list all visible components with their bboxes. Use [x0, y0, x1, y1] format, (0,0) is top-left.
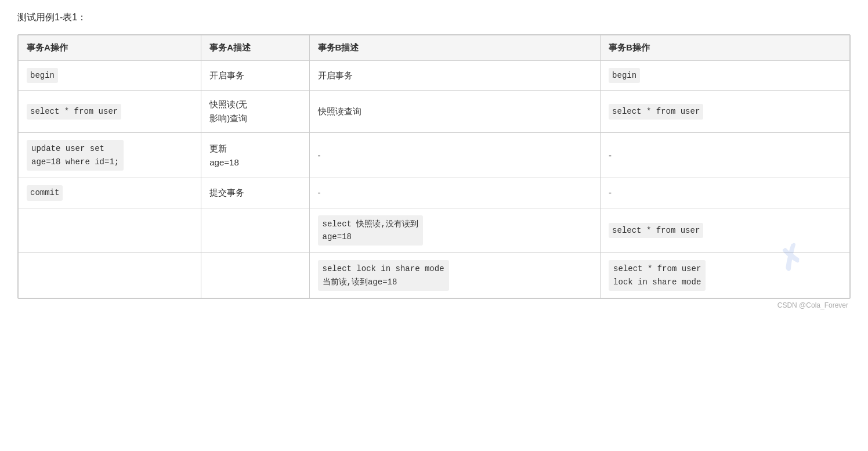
col-header-a-op: 事务A操作: [19, 35, 201, 61]
cell-b-op: begin: [601, 61, 850, 91]
code-select-lock: select * from user lock in share mode: [609, 260, 706, 291]
page-title: 测试用例1-表1：: [17, 12, 851, 24]
cell-b-op: select * from user: [601, 91, 850, 133]
cell-a-op: commit: [19, 178, 201, 208]
cell-b-op: -: [601, 178, 850, 208]
cell-a-op: begin: [19, 61, 201, 91]
main-table: 事务A操作 事务A描述 事务B描述 事务B操作 begin 开启事务 开启事务 …: [18, 35, 850, 298]
code-current-read: select lock in share mode 当前读,读到age=18: [318, 260, 449, 291]
cell-a-op: [19, 208, 201, 253]
col-header-a-desc: 事务A描述: [201, 35, 309, 61]
code-commit-a: commit: [27, 185, 63, 200]
cell-a-desc: 开启事务: [201, 61, 309, 91]
cell-a-desc: 快照读(无影响)查询: [201, 91, 309, 133]
cell-b-desc: -: [309, 133, 601, 178]
code-snapshot-read: select 快照读,没有读到 age=18: [318, 215, 423, 246]
cell-a-op: select * from user: [19, 91, 201, 133]
code-select-a: select * from user: [27, 104, 121, 119]
table-container: 事务A操作 事务A描述 事务B描述 事务B操作 begin 开启事务 开启事务 …: [17, 34, 851, 299]
code-begin-a: begin: [27, 68, 58, 83]
cell-b-op: select * from user lock in share mode: [601, 253, 850, 298]
cell-b-desc: 快照读查询: [309, 91, 601, 133]
table-header-row: 事务A操作 事务A描述 事务B描述 事务B操作: [19, 35, 850, 61]
col-header-b-desc: 事务B描述: [309, 35, 601, 61]
code-select-after-commit: select * from user: [609, 223, 703, 238]
cell-b-desc: select 快照读,没有读到 age=18: [309, 208, 601, 253]
cell-a-desc: [201, 253, 309, 298]
cell-a-desc: 更新age=18: [201, 133, 309, 178]
cell-b-desc: -: [309, 178, 601, 208]
table-row: begin 开启事务 开启事务 begin: [19, 61, 850, 91]
table-row: update user set age=18 where id=1; 更新age…: [19, 133, 850, 178]
cell-b-op: select * from user: [601, 208, 850, 253]
cell-b-desc: 开启事务: [309, 61, 601, 91]
csdn-footer: CSDN @Cola_Forever: [17, 301, 851, 309]
cell-b-desc: select lock in share mode 当前读,读到age=18: [309, 253, 601, 298]
code-select-b: select * from user: [609, 104, 703, 119]
cell-a-desc: 提交事务: [201, 178, 309, 208]
cell-a-op: update user set age=18 where id=1;: [19, 133, 201, 178]
table-row: select 快照读,没有读到 age=18 select * from use…: [19, 208, 850, 253]
cell-a-op: [19, 253, 201, 298]
code-begin-b: begin: [609, 68, 640, 83]
col-header-b-op: 事务B操作: [601, 35, 850, 61]
cell-a-desc: [201, 208, 309, 253]
table-row: commit 提交事务 - -: [19, 178, 850, 208]
table-row: select lock in share mode 当前读,读到age=18 s…: [19, 253, 850, 298]
code-update-a: update user set age=18 where id=1;: [27, 140, 124, 171]
table-row: select * from user 快照读(无影响)查询 快照读查询 sele…: [19, 91, 850, 133]
cell-b-op: -: [601, 133, 850, 178]
